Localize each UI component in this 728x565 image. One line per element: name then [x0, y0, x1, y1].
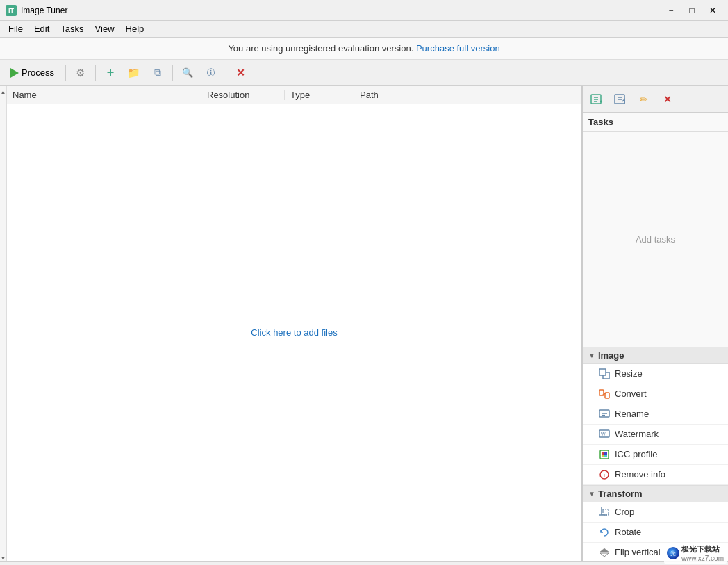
task-resize[interactable]: Resize	[583, 364, 728, 384]
convert-label: Convert	[615, 388, 647, 399]
column-header-path: Path	[354, 90, 581, 100]
rotate-icon	[598, 526, 611, 539]
tasks-header: Tasks	[583, 113, 728, 132]
svg-line-12	[602, 393, 607, 395]
toolbar-separator-3	[172, 65, 173, 81]
process-button[interactable]: Process	[3, 65, 62, 81]
add-tasks-label: Add tasks	[636, 234, 675, 245]
task-crop[interactable]: Crop	[583, 502, 728, 523]
maximize-button[interactable]: □	[682, 2, 702, 19]
menu-view[interactable]: View	[90, 22, 120, 35]
menu-tasks[interactable]: Tasks	[55, 22, 89, 35]
duplicate-button[interactable]: ⧉	[147, 63, 169, 83]
svg-rect-27	[603, 509, 609, 515]
rotate-label: Rotate	[615, 527, 641, 537]
minimize-button[interactable]: −	[661, 2, 681, 19]
gear-icon: ⚙	[76, 67, 85, 79]
play-icon	[10, 68, 19, 78]
svg-rect-19	[602, 452, 604, 455]
watermark-icon: W	[598, 428, 611, 441]
add-folder-button[interactable]: 📁	[123, 63, 145, 83]
resize-icon	[598, 368, 611, 380]
transform-collapse-icon: ▼	[588, 490, 595, 498]
svg-marker-28	[600, 548, 609, 552]
add-task-button[interactable]	[586, 89, 608, 110]
remove-info-icon: i	[598, 468, 611, 481]
right-toolbar: ✏ ✕	[583, 86, 728, 113]
process-label: Process	[22, 67, 54, 78]
tasks-empty-state: Add tasks	[583, 132, 728, 347]
task-rename[interactable]: Rename	[583, 404, 728, 425]
title-bar: IT Image Tuner − □ ✕	[0, 0, 728, 21]
banner: You are using unregistered evaluation ve…	[0, 38, 728, 60]
file-info-button[interactable]: 🛈	[200, 63, 222, 83]
task-icc-profile[interactable]: ICC profile	[583, 445, 728, 465]
task-section-transform[interactable]: ▼ Transform	[583, 485, 728, 502]
settings-button[interactable]: ⚙	[69, 63, 92, 83]
watermark-label: Watermark	[615, 429, 659, 439]
add-task-icon	[590, 93, 603, 106]
convert-icon	[598, 388, 611, 400]
menu-bar: File Edit Tasks View Help	[0, 21, 728, 38]
right-panel: ✏ ✕ Tasks Add tasks ▼ Image	[582, 86, 728, 561]
scroll-down-icon: ▼	[1, 555, 6, 561]
crop-icon	[598, 506, 611, 518]
close-button[interactable]: ✕	[703, 2, 722, 19]
file-table-header: Name Resolution Type Path	[7, 86, 581, 104]
file-empty-state: Click here to add files	[7, 104, 581, 561]
icc-profile-icon	[598, 448, 611, 461]
toolbar-separator-1	[65, 65, 66, 81]
watermark-site-name: 极光下载站	[681, 544, 724, 555]
rename-icon	[598, 408, 611, 420]
remove-icon: ✕	[236, 67, 245, 79]
task-rotate[interactable]: Rotate	[583, 523, 728, 543]
task-section-image[interactable]: ▼ Image	[583, 347, 728, 364]
image-collapse-icon: ▼	[588, 352, 595, 359]
search-file-icon: 🔍	[182, 67, 193, 78]
delete-icon: ✕	[663, 94, 672, 105]
purchase-link[interactable]: Purchase full version	[416, 43, 500, 54]
file-info-icon: 🛈	[206, 67, 215, 78]
svg-marker-29	[600, 553, 609, 557]
watermark-overlay: 光 极光下载站 www.xz7.com	[664, 543, 727, 564]
task-remove-info[interactable]: i Remove info	[583, 465, 728, 485]
flip-vertical-icon	[598, 546, 611, 559]
flip-vertical-label: Flip vertical	[615, 547, 661, 557]
svg-rect-9	[599, 369, 606, 375]
menu-edit[interactable]: Edit	[28, 22, 55, 35]
window-title: Image Tuner	[21, 6, 661, 15]
banner-text: You are using unregistered evaluation ve…	[228, 43, 413, 54]
column-header-name: Name	[7, 90, 201, 100]
task-list: ▼ Image Resize	[583, 347, 728, 562]
search-file-button[interactable]: 🔍	[176, 63, 199, 83]
status-bar	[0, 561, 728, 565]
svg-text:W: W	[601, 432, 606, 436]
crop-label: Crop	[615, 507, 634, 517]
menu-file[interactable]: File	[3, 22, 28, 35]
remove-button[interactable]: ✕	[230, 63, 252, 83]
main-area: ▲ ▼ Name Resolution Type Path Click here…	[0, 86, 728, 561]
svg-text:i: i	[604, 472, 606, 479]
svg-rect-22	[604, 455, 607, 457]
export-task-button[interactable]	[609, 89, 631, 110]
menu-help[interactable]: Help	[120, 22, 150, 35]
watermark-url: www.xz7.com	[681, 555, 724, 562]
column-header-resolution: Resolution	[201, 90, 285, 100]
svg-rect-20	[604, 452, 607, 455]
left-sidebar: ▲ ▼	[0, 86, 7, 561]
add-files-button[interactable]: +	[99, 63, 122, 83]
delete-task-button[interactable]: ✕	[656, 89, 679, 110]
task-convert[interactable]: Convert	[583, 384, 728, 404]
add-files-link[interactable]: Click here to add files	[251, 327, 337, 338]
edit-task-button[interactable]: ✏	[633, 89, 655, 110]
app-icon: IT	[6, 5, 17, 16]
toolbar-separator-2	[95, 65, 96, 81]
scroll-up-icon: ▲	[1, 89, 6, 95]
svg-rect-21	[602, 455, 604, 457]
watermark-logo-icon: 光	[667, 547, 679, 559]
folder-add-icon: 📁	[127, 67, 140, 79]
edit-icon: ✏	[640, 94, 648, 105]
tasks-title: Tasks	[588, 117, 613, 127]
task-watermark[interactable]: W Watermark	[583, 425, 728, 445]
duplicate-icon: ⧉	[154, 67, 161, 79]
